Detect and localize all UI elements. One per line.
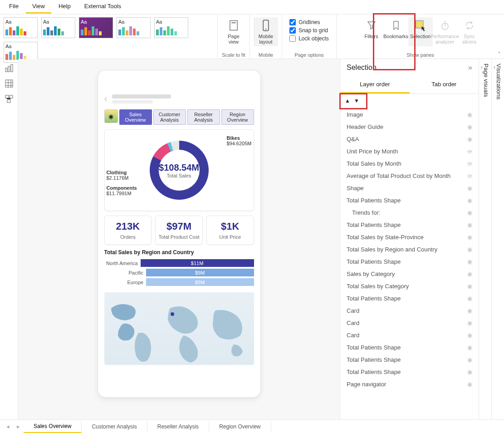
bookmarks-button[interactable]: Bookmarks [384,17,408,46]
layer-item[interactable]: Header Guide◉ [340,121,479,133]
visibility-toggle-icon[interactable]: ◉ [467,123,472,130]
layer-item[interactable]: Total Patients Shape◉ [340,366,479,378]
layer-item[interactable]: Sales by Category◉ [340,268,479,280]
tab-layer-order[interactable]: Layer order [340,76,410,93]
model-view-icon[interactable] [5,94,14,103]
tab-region-overview[interactable]: Region Overview [221,109,254,125]
menu-file[interactable]: File [3,1,25,14]
visibility-toggle-icon[interactable]: ◉ [467,332,472,339]
layer-item[interactable]: Total Sales by Month⊘ [340,157,479,170]
ribbon-collapse-chevron[interactable]: ⌃ [497,51,501,57]
theme-swatch-5[interactable]: Aa [154,17,188,38]
visibility-toggle-icon[interactable]: ◉ [467,185,472,192]
layer-item[interactable]: Shape◉ [340,182,479,194]
layer-item[interactable]: Total Patients Shape◉ [340,292,479,305]
tab-reseller-analysis[interactable]: Reseller Analysis [187,109,220,125]
page-tab-region-overview[interactable]: Region Overview [209,421,271,433]
sync-icon [464,19,475,32]
map-visual[interactable] [104,292,254,365]
page-tab-customer-analysis[interactable]: Customer Analysis [82,421,147,433]
layer-item[interactable]: Total Patients Shape◉ [340,354,479,366]
mobile-icon [259,19,272,32]
visibility-toggle-icon[interactable]: ◉ [467,320,472,326]
visibility-toggle-icon[interactable]: ◉ [467,271,472,277]
layer-item[interactable]: Total Patients Shape◉ [340,219,479,231]
kpi-total-product-cost[interactable]: $97MTotal Product Cost [155,216,203,245]
collapsed-pane-visualizations[interactable]: ‹ Visualizations [491,59,504,419]
tab-sales-overview[interactable]: Sales Overview [119,109,152,125]
visibility-toggle-icon[interactable]: ◉ [467,369,472,375]
kpi-row: 213KOrders $97MTotal Product Cost $1KUni… [104,216,254,245]
back-icon[interactable]: ‹ [104,93,108,105]
layer-item[interactable]: Page navigator◉ [340,378,479,390]
page-prev-icon[interactable]: ◂ [3,421,13,432]
canvas[interactable]: ‹ ◉ Sales Overview Customer Analysis Res… [18,59,340,419]
visibility-toggle-icon[interactable]: ◉ [467,246,472,253]
report-view-icon[interactable] [5,64,14,73]
visibility-toggle-icon[interactable]: ◉ [467,209,472,216]
layer-item[interactable]: Card◉ [340,329,479,341]
page-tab-reseller-analysis[interactable]: Reseller Analysis [147,421,209,433]
visibility-toggle-icon[interactable]: ◉ [467,111,472,118]
kpi-unit-price[interactable]: $1KUnit Price [206,216,254,245]
collapsed-pane-page-visuals[interactable]: ‹ Page visuals [479,59,491,419]
layer-item[interactable]: Total Patients Shape◉ [340,194,479,207]
selection-pane-close-icon[interactable]: » [468,64,472,72]
layer-item[interactable]: Total Patients Shape◉ [340,256,479,268]
visibility-toggle-icon[interactable]: ◉ [467,258,472,265]
layer-item[interactable]: Q&A◉ [340,133,479,145]
visibility-toggle-icon[interactable]: ◉ [467,221,472,228]
page-view-button[interactable]: Page view [221,17,246,46]
move-up-icon[interactable]: ▲ [345,98,350,104]
mobile-layout-button[interactable]: Mobile layout [254,17,278,46]
menu-view[interactable]: View [26,1,51,14]
page-next-icon[interactable]: ▸ [13,421,24,432]
kpi-orders[interactable]: 213KOrders [104,216,152,245]
visibility-toggle-icon[interactable]: ⊘ [467,160,472,167]
layer-item[interactable]: Total Sales by Region and Country◉ [340,243,479,256]
layer-item[interactable]: Card◉ [340,317,479,329]
visibility-toggle-icon[interactable]: ◉ [467,344,472,351]
visibility-toggle-icon[interactable]: ◉ [467,283,472,290]
layer-item[interactable]: Average of Total Product Cost by Month⊘ [340,170,479,182]
selection-pane-tabs: Layer order Tab order [340,76,479,94]
donut-chart-card[interactable]: $108.54M Total Sales Bikes$94.6205M Clot… [104,129,254,211]
lock-objects-checkbox[interactable]: Lock objects [289,35,329,42]
gridlines-checkbox[interactable]: Gridlines [289,19,329,25]
visibility-toggle-icon[interactable]: ◉ [467,307,472,314]
visibility-toggle-icon[interactable]: ◉ [467,381,472,388]
visibility-toggle-icon[interactable]: ◉ [467,136,472,143]
layer-item[interactable]: Total Sales by Category◉ [340,280,479,292]
visibility-toggle-icon[interactable]: ◉ [467,356,472,363]
theme-swatch-1[interactable]: Aa [4,17,38,38]
menu-help[interactable]: Help [52,1,77,14]
visibility-toggle-icon[interactable]: ⊘ [467,172,472,179]
layer-item[interactable]: Card◉ [340,305,479,317]
page-tab-sales-overview[interactable]: Sales Overview [24,420,82,433]
snap-to-grid-checkbox[interactable]: Snap to grid [289,27,329,34]
layer-list: Image◉Header Guide◉Q&A◉Unit Price by Mon… [340,108,479,419]
svg-rect-12 [7,100,10,103]
visibility-toggle-icon[interactable]: ⊘ [467,148,472,155]
theme-swatch-4[interactable]: Aa [117,17,151,38]
tab-tab-order[interactable]: Tab order [410,76,479,93]
tab-customer-analysis[interactable]: Customer Analysis [153,109,186,125]
layer-item[interactable]: Unit Price by Month⊘ [340,145,479,157]
sync-slicers-button[interactable]: Sync slicers [457,17,482,46]
move-down-icon[interactable]: ▼ [354,98,359,104]
layer-item[interactable]: Total Sales by State-Province◉ [340,231,479,243]
visibility-toggle-icon[interactable]: ◉ [467,295,472,302]
theme-swatch-3-selected[interactable]: Aa [79,17,113,38]
bar-chart-card[interactable]: Total Sales by Region and Country North … [104,249,254,288]
selection-button[interactable]: Selection [408,17,433,46]
layer-item[interactable]: Image◉ [340,108,479,121]
visibility-toggle-icon[interactable]: ◉ [467,234,472,241]
filters-button[interactable]: Filters [359,17,384,46]
data-view-icon[interactable] [5,79,14,88]
visibility-toggle-icon[interactable]: ◉ [467,197,472,204]
theme-swatch-2[interactable]: Aa [41,17,75,38]
layer-item[interactable]: Total Patients Shape◉ [340,341,479,354]
layer-item[interactable]: Trends for:◉ [340,207,479,219]
performance-analyzer-button[interactable]: Performance analyzer [433,17,457,46]
menu-external-tools[interactable]: External Tools [78,1,127,14]
